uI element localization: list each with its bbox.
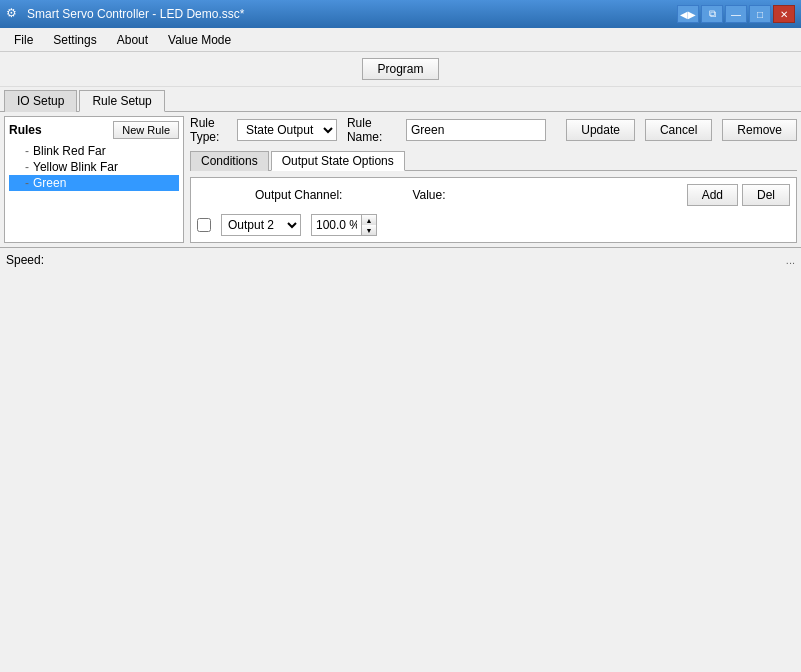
rule-type-label: Rule Type: (190, 116, 233, 144)
col-value-label: Value: (412, 188, 445, 202)
tree-item-green[interactable]: - Green (9, 175, 179, 191)
close-button[interactable]: ✕ (773, 5, 795, 23)
new-rule-button[interactable]: New Rule (113, 121, 179, 139)
del-button[interactable]: Del (742, 184, 790, 206)
extra1-button[interactable]: ◀▶ (677, 5, 699, 23)
menu-about[interactable]: About (107, 31, 158, 49)
rules-panel: Rules New Rule - Blink Red Far - Yellow … (4, 116, 184, 243)
col-header-row: Output Channel: Value: Add Del (197, 184, 790, 210)
title-bar-controls: ◀▶ ⧉ — □ ✕ (677, 5, 795, 23)
status-label: Speed: (6, 253, 786, 267)
menu-settings[interactable]: Settings (43, 31, 106, 49)
maximize-button[interactable]: □ (749, 5, 771, 23)
inner-area: Rules New Rule - Blink Red Far - Yellow … (0, 112, 801, 247)
title-bar: ⚙ Smart Servo Controller - LED Demo.ssc*… (0, 0, 801, 28)
tab-rule-setup[interactable]: Rule Setup (79, 90, 164, 112)
remove-button[interactable]: Remove (722, 119, 797, 141)
menu-file[interactable]: File (4, 31, 43, 49)
content-area: Output Channel: Value: Add Del Output 1 … (190, 177, 797, 243)
spinner-up-button[interactable]: ▲ (362, 215, 376, 225)
sub-tab-conditions[interactable]: Conditions (190, 151, 269, 171)
rule-name-input[interactable] (406, 119, 546, 141)
value-input[interactable] (311, 214, 361, 236)
title-bar-left: ⚙ Smart Servo Controller - LED Demo.ssc* (6, 6, 244, 22)
rule-name-group: Rule Name: (347, 116, 546, 144)
output-channel-select[interactable]: Output 1 Output 2 Output 3 Output 4 (221, 214, 301, 236)
status-bar: Speed: ... (0, 247, 801, 271)
extra2-button[interactable]: ⧉ (701, 5, 723, 23)
add-button[interactable]: Add (687, 184, 738, 206)
rules-panel-header: Rules New Rule (9, 121, 179, 139)
table-row: Output 1 Output 2 Output 3 Output 4 ▲ ▼ (197, 214, 790, 236)
action-buttons: Add Del (687, 184, 790, 206)
rule-type-select[interactable]: State Output Condition Rule Timer Rule (237, 119, 337, 141)
cancel-button[interactable]: Cancel (645, 119, 712, 141)
minimize-button[interactable]: — (725, 5, 747, 23)
tree-indent: - Blink Red Far (11, 144, 106, 158)
rule-name-label: Rule Name: (347, 116, 402, 144)
menu-bar: File Settings About Value Mode (0, 28, 801, 52)
right-panel: Rule Type: State Output Condition Rule T… (190, 116, 797, 243)
value-group: ▲ ▼ (311, 214, 377, 236)
rule-type-group: Rule Type: State Output Condition Rule T… (190, 116, 337, 144)
tree-indent: - Green (11, 176, 66, 190)
spinner-buttons: ▲ ▼ (361, 214, 377, 236)
row-checkbox[interactable] (197, 218, 211, 232)
status-right-indicator: ... (786, 254, 795, 266)
app-icon: ⚙ (6, 6, 22, 22)
spinner-down-button[interactable]: ▼ (362, 225, 376, 235)
main-tab-bar: IO Setup Rule Setup (0, 87, 801, 112)
tree-item-yellow-blink-far[interactable]: - Yellow Blink Far (9, 159, 179, 175)
window-title: Smart Servo Controller - LED Demo.ssc* (27, 7, 244, 21)
tab-io-setup[interactable]: IO Setup (4, 90, 77, 112)
program-button[interactable]: Program (362, 58, 438, 80)
sub-tab-output-state[interactable]: Output State Options (271, 151, 405, 171)
toolbar: Program (0, 52, 801, 87)
rule-header: Rule Type: State Output Condition Rule T… (190, 116, 797, 144)
tree-item-blink-red-far[interactable]: - Blink Red Far (9, 143, 179, 159)
rules-label: Rules (9, 123, 42, 137)
sub-tab-bar: Conditions Output State Options (190, 150, 797, 171)
tree-indent: - Yellow Blink Far (11, 160, 118, 174)
col-output-channel-label: Output Channel: (255, 188, 342, 202)
update-button[interactable]: Update (566, 119, 635, 141)
menu-value-mode[interactable]: Value Mode (158, 31, 241, 49)
